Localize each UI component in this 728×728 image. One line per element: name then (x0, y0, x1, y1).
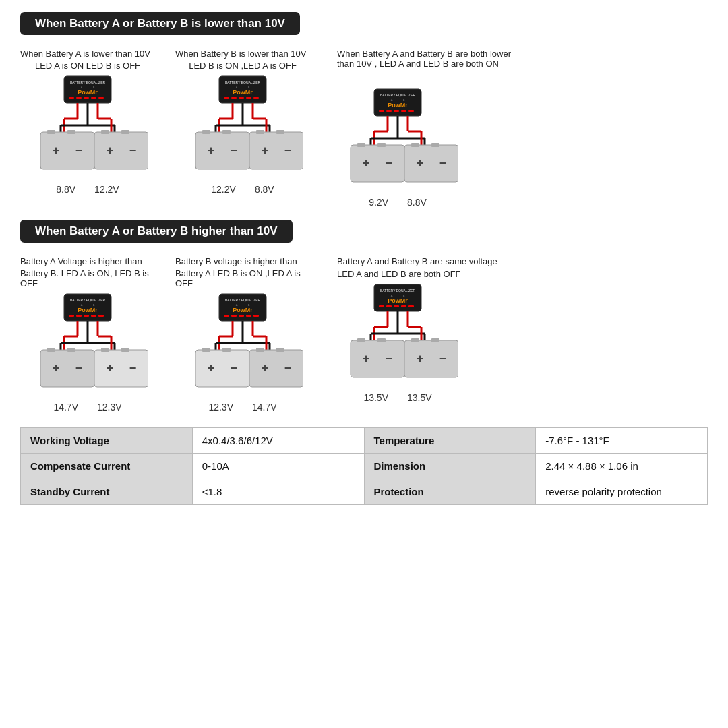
svg-rect-132 (246, 315, 251, 317)
svg-rect-98 (69, 315, 74, 317)
svg-rect-84 (357, 143, 365, 147)
svg-text:−: − (439, 352, 447, 365)
svg-text:+: + (107, 144, 114, 157)
svg-rect-21 (40, 132, 94, 169)
s2c3-label2: LED A and LED B are both OFF (337, 269, 461, 279)
svg-rect-183 (431, 338, 439, 342)
svg-text:−: − (386, 352, 393, 365)
svg-rect-163 (401, 305, 406, 307)
s1c3-v1: 9.2V (369, 197, 388, 208)
svg-rect-145 (195, 350, 249, 387)
svg-text:−: − (75, 361, 83, 375)
svg-text:−: − (284, 361, 292, 375)
spec-row2: Compensate Current 0-10A Dimension 2.44 … (21, 454, 708, 479)
spec-val-protection: reverse polarity protection (536, 479, 708, 505)
svg-rect-101 (91, 315, 96, 317)
svg-text:+: + (53, 144, 60, 157)
svg-text:−: − (231, 144, 238, 157)
svg-rect-9 (98, 97, 104, 99)
svg-text:BATTERY EQUALIZER: BATTERY EQUALIZER (225, 80, 261, 84)
svg-rect-160 (379, 305, 384, 307)
svg-text:PowMr: PowMr (388, 102, 408, 109)
s2c2-v1: 12.3V (208, 402, 233, 413)
svg-rect-130 (231, 315, 237, 317)
spec-val-temperature: -7.6°F - 131°F (536, 428, 708, 454)
s2c1-voltages: 14.7V 12.3V (53, 402, 121, 413)
svg-rect-151 (256, 348, 264, 352)
svg-rect-177 (357, 338, 365, 342)
svg-rect-131 (239, 315, 244, 317)
svg-text:−: − (129, 144, 137, 157)
section1-col1: When Battery A is lower than 10V LED A i… (20, 49, 155, 195)
section1-diagrams-row: When Battery A is lower than 10V LED A i… (20, 49, 708, 208)
svg-rect-99 (76, 315, 82, 317)
svg-rect-7 (84, 97, 89, 99)
s2c1-v2: 12.3V (97, 402, 122, 413)
s1c1-diagram: BATTERY EQUALIZER A B PowMr (27, 75, 148, 183)
svg-rect-102 (98, 315, 104, 317)
s2c1-diagram: BATTERY EQUALIZER A B PowMr (27, 293, 148, 400)
svg-rect-120 (101, 348, 109, 352)
svg-rect-119 (94, 350, 148, 387)
svg-rect-28 (121, 130, 129, 134)
spec-val-compensate-current: 0-10A (192, 454, 364, 479)
svg-text:PowMr: PowMr (233, 89, 253, 96)
spec-val-working-voltage: 4x0.4/3.6/6/12V (192, 428, 364, 454)
svg-text:PowMr: PowMr (388, 297, 408, 304)
svg-text:+: + (262, 144, 269, 157)
svg-text:PowMr: PowMr (78, 89, 98, 96)
svg-text:+: + (417, 352, 424, 365)
s1c3-diagram: BATTERY EQUALIZER A B PowMr (337, 88, 458, 195)
s2c2-diagram: BATTERY EQUALIZER A B PowMr (182, 293, 303, 400)
svg-rect-100 (84, 315, 89, 317)
s1c1-label2: LED A is ON LED B is OFF (35, 61, 140, 71)
svg-rect-40 (253, 97, 259, 99)
svg-rect-152 (276, 348, 284, 352)
svg-text:+: + (208, 361, 215, 375)
s1c2-voltages: 12.2V 8.8V (211, 184, 274, 195)
s1c2-label1: When Battery B is lower than 10V (175, 49, 310, 59)
svg-rect-178 (377, 338, 386, 342)
section1-header: When Battery A or Battery B is lower tha… (20, 12, 708, 42)
svg-text:BATTERY EQUALIZER: BATTERY EQUALIZER (380, 93, 416, 97)
svg-text:BATTERY EQUALIZER: BATTERY EQUALIZER (380, 289, 416, 293)
svg-rect-182 (411, 338, 419, 342)
s1c2-v1: 12.2V (211, 184, 236, 195)
svg-rect-88 (404, 145, 458, 182)
section1-col3: When Battery A and Battery B are both lo… (330, 49, 519, 208)
svg-rect-181 (404, 340, 458, 377)
svg-rect-58 (256, 130, 264, 134)
spec-val-dimension: 2.44 × 4.88 × 1.06 in (536, 454, 708, 479)
s1c3-label1: When Battery A and Battery B are both lo… (337, 49, 519, 69)
svg-text:+: + (417, 156, 424, 170)
s2c3-diagram: BATTERY EQUALIZER A B PowMr (337, 283, 458, 391)
s2c1-label1: Battery A Voltage is higher than (20, 256, 155, 266)
section2-diagrams-row: Battery A Voltage is higher than Battery… (20, 256, 708, 413)
svg-text:BATTERY EQUALIZER: BATTERY EQUALIZER (70, 298, 106, 302)
svg-rect-53 (202, 130, 210, 134)
s1c2-diagram: BATTERY EQUALIZER A B PowMr (182, 75, 303, 183)
spec-label-temperature: Temperature (364, 428, 536, 454)
svg-rect-26 (94, 132, 148, 169)
spec-table: Working Voltage 4x0.4/3.6/6/12V Temperat… (20, 427, 708, 505)
svg-text:−: − (386, 156, 393, 170)
section2-header: When Battery A or Battery B higher than … (20, 220, 708, 249)
svg-rect-67 (379, 110, 384, 112)
s2c1-label2: Battery B. LED A is ON, LED B is OFF (20, 268, 155, 289)
s1c1-label1: When Battery A is lower than 10V (20, 49, 155, 59)
svg-text:+: + (363, 156, 370, 170)
svg-rect-37 (231, 97, 237, 99)
svg-rect-114 (40, 350, 94, 387)
section2-col2: Battery B voltage is higher than Battery… (175, 256, 310, 413)
spec-label-compensate-current: Compensate Current (21, 454, 193, 479)
svg-rect-5 (69, 97, 74, 99)
svg-rect-146 (202, 348, 210, 352)
s1c2-label2: LED B is ON ,LED A is OFF (189, 61, 297, 71)
s2c2-label1: Battery B voltage is higher than (175, 256, 310, 266)
section2: When Battery A or Battery B higher than … (20, 220, 708, 413)
spec-val-standby-current: <1.8 (192, 479, 364, 505)
svg-rect-54 (222, 130, 231, 134)
spec-row1: Working Voltage 4x0.4/3.6/6/12V Temperat… (21, 428, 708, 454)
s2c1-v1: 14.7V (53, 402, 78, 413)
svg-rect-133 (253, 315, 259, 317)
